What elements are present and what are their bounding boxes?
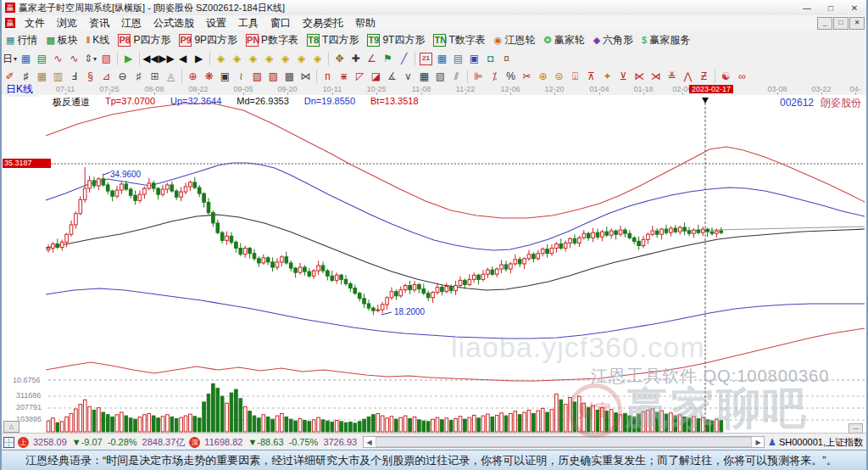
tool-save-icon[interactable]: ▣ <box>466 51 482 66</box>
draw-slope-2-icon[interactable]: ⋉ <box>632 69 648 84</box>
tool-calculator-icon[interactable]: ▦ <box>434 51 450 66</box>
tool-crosshair-icon[interactable]: ✚ <box>348 51 364 66</box>
menu-browse[interactable]: 浏览 <box>51 15 83 31</box>
tool-info-panel-icon[interactable]: ▤ <box>34 51 50 66</box>
tool-diamond-nav-3-icon[interactable]: ◈ <box>245 51 261 66</box>
menu-help[interactable]: 帮助 <box>349 15 381 31</box>
close-button[interactable]: ✕ <box>843 3 866 13</box>
draw-fib-zone-icon[interactable]: ▧ <box>432 69 448 84</box>
toolbar-p-table[interactable]: PNP数字表 <box>242 31 303 48</box>
toolbar-p-square[interactable]: P8P四方形 <box>114 31 175 48</box>
tool-screenshot-icon[interactable]: ◘ <box>482 51 498 66</box>
tool-cursor-mode-icon[interactable]: ⇕▾ <box>82 51 98 66</box>
toolbar-t-table[interactable]: TNT数字表 <box>429 31 489 48</box>
tool-draw-line-quick-icon[interactable]: ╱ <box>396 51 412 66</box>
draw-gann-flower-icon[interactable]: ❋ <box>201 69 217 84</box>
app-menu-icon[interactable]: 赢 <box>5 18 15 28</box>
draw-draw-f-icon[interactable]: Ⅎ <box>66 69 82 84</box>
draw-yin-yang-icon[interactable]: ☯ <box>718 69 734 84</box>
toolbar-quotes[interactable]: ▦行情 <box>2 31 42 48</box>
maximize-button[interactable]: □ <box>819 3 843 13</box>
tool-last-bar-icon[interactable]: ▶▶ <box>159 51 175 66</box>
tool-prev-bar-icon[interactable]: ◀ <box>175 51 191 66</box>
shanghai-index-icon[interactable]: 上 <box>18 437 29 448</box>
pane-minimize-button[interactable]: — <box>849 423 863 434</box>
toolbar-kline[interactable]: ‖K线 <box>82 31 114 48</box>
draw-gann-ratio-icon[interactable]: ⊫ <box>470 69 487 84</box>
draw-gann-circle-icon[interactable]: ⊕ <box>185 69 201 84</box>
tool-zigzag-b-icon[interactable]: ∿ <box>66 51 82 66</box>
tool-diamond-nav-5-icon[interactable]: ◈ <box>277 51 293 66</box>
toolbar-t-square[interactable]: T8T四方形 <box>303 31 363 48</box>
toolbar-9p-square[interactable]: P99P四方形 <box>175 31 242 48</box>
draw-speed-lines-icon[interactable]: ◸ <box>352 69 368 84</box>
draw-gold-grid-2-icon[interactable]: ▥ <box>50 69 66 84</box>
tool-play-flag-icon[interactable]: ▶ <box>120 51 136 66</box>
draw-parallel-lines-icon[interactable]: ⫽ <box>448 69 465 84</box>
tool-first-bar-icon[interactable]: ◀◀ <box>142 51 159 66</box>
draw-gold-channel-icon[interactable]: ⊜ <box>551 69 567 84</box>
tool-period-daily-icon[interactable]: 日▾ <box>2 51 18 66</box>
toolbar-hexagon[interactable]: ◆六角形 <box>589 31 637 48</box>
tool-toolbox-icon[interactable]: ¤ <box>498 51 515 66</box>
tool-diamond-nav-1-icon[interactable]: ◈ <box>213 51 229 66</box>
chart-area[interactable]: 极反通道 Tp=37.0700Up=32.3644Md=26.9353Dn=19… <box>2 95 866 433</box>
draw-gold-box-icon[interactable]: ✦ <box>599 69 615 84</box>
toolbar-sectors[interactable]: ▩板块 <box>42 31 81 48</box>
toolbar-gann-wheel[interactable]: ◉江恩轮 <box>490 31 540 48</box>
draw-band-mark-icon[interactable]: ⋈ <box>298 69 314 84</box>
draw-gann-box-icon[interactable]: ▣ <box>217 69 233 84</box>
draw-price-window-icon[interactable]: ▨ <box>265 69 281 84</box>
draw-draw-angle-rule-icon[interactable]: ⊿ <box>98 69 114 84</box>
draw-mirror-tool-icon[interactable]: ◪ <box>368 69 384 84</box>
menu-formula-picker[interactable]: 公式选股 <box>147 15 200 31</box>
draw-price-ruler-icon[interactable]: ⍗ <box>567 69 583 84</box>
draw-draw-arrow-mark-icon[interactable]: ◬ <box>163 69 179 84</box>
draw-draw-n2-icon[interactable]: ⊞ <box>147 69 163 84</box>
tool-diamond-nav-4-icon[interactable]: ◈ <box>261 51 277 66</box>
draw-wave-mark-icon[interactable]: ≀ <box>233 69 249 84</box>
scroll-right-arrow[interactable]: ▶ <box>753 439 764 446</box>
menu-file[interactable]: 文件 <box>19 15 51 31</box>
draw-fan-lines-icon[interactable]: ⋇ <box>336 69 352 84</box>
draw-gold-section-icon[interactable]: ⊕ <box>535 69 551 84</box>
tool-diamond-nav-7-icon[interactable]: ◈ <box>309 51 326 66</box>
tool-diamond-nav-2-icon[interactable]: ◈ <box>229 51 245 66</box>
draw-channel-z-icon[interactable]: Ƶ <box>696 69 712 84</box>
mdi-close-button[interactable]: ✕ <box>849 17 865 30</box>
menu-trade[interactable]: 交易委托 <box>297 15 349 31</box>
toolbar-9t-square[interactable]: T99T四方形 <box>363 31 429 48</box>
pane-splitter-button[interactable]: △ <box>3 421 19 433</box>
draw-infinity-icon[interactable]: ∞ <box>734 69 750 84</box>
draw-box-ratio-icon[interactable]: ⊼ <box>583 69 599 84</box>
draw-ruler-tool-icon[interactable]: ᴨ <box>320 69 336 84</box>
menu-tools[interactable]: 工具 <box>232 15 264 31</box>
pane-label-daily-kline[interactable]: 日K线 <box>6 82 38 97</box>
shenzhen-index-icon[interactable]: 深 <box>189 437 200 448</box>
mdi-restore-button[interactable]: □ <box>833 17 849 30</box>
draw-percent-icon[interactable]: % <box>503 69 519 84</box>
menu-settings[interactable]: 设置 <box>200 15 232 31</box>
tool-calendar-icon[interactable]: 21 <box>418 51 434 66</box>
draw-draw-cycle-icon[interactable]: ⊖ <box>114 69 131 84</box>
tool-notepad-icon[interactable]: ▤ <box>450 51 466 66</box>
tool-next-bar-icon[interactable]: ▶ <box>191 51 207 66</box>
mdi-minimize-button[interactable]: _ <box>817 17 832 30</box>
draw-angle-lines-icon[interactable]: ∡ <box>384 69 400 84</box>
draw-wedge-icon[interactable]: ⋀ <box>680 69 696 84</box>
draw-slope-1-icon[interactable]: ⊻ <box>615 69 632 84</box>
tool-measure-icon[interactable]: ∠ <box>364 51 380 66</box>
draw-fib-grid-icon[interactable]: ▦ <box>416 69 432 84</box>
draw-time-window-icon[interactable]: ▧ <box>249 69 265 84</box>
tool-mark-flag-icon[interactable]: ⚑ <box>380 51 396 66</box>
toolbar-winner-service[interactable]: $赢家服务 <box>637 31 694 48</box>
draw-percent-line-icon[interactable]: ✂ <box>519 69 535 84</box>
tool-pan-hand-icon[interactable]: ✥ <box>331 51 348 66</box>
tool-diamond-nav-6-icon[interactable]: ◈ <box>293 51 309 66</box>
market-grid-icon[interactable] <box>3 437 14 448</box>
draw-step-lines-icon[interactable]: ≚ <box>664 69 680 84</box>
minimize-button[interactable]: — <box>795 3 819 13</box>
toolbar-winner-wheel[interactable]: ❂赢家轮 <box>539 31 588 48</box>
tool-restore-chart-icon[interactable]: ▧ <box>98 51 114 66</box>
menu-window[interactable]: 窗口 <box>264 15 297 31</box>
